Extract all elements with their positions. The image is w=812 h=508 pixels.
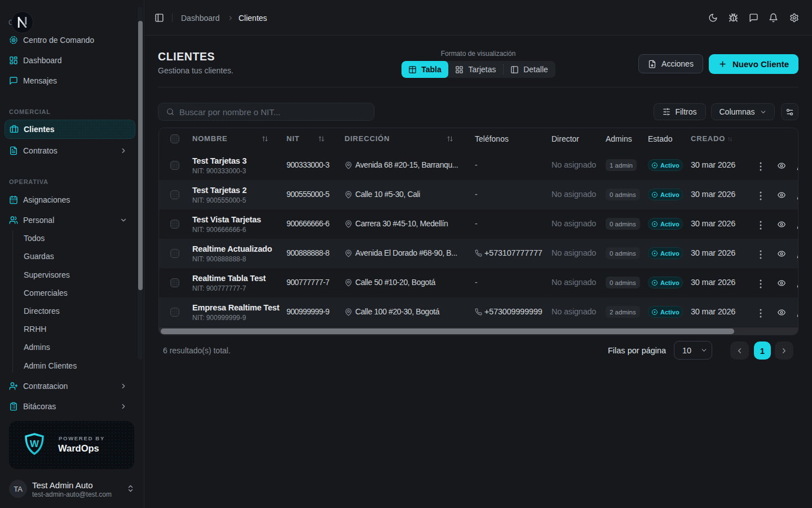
svg-text:W: W — [30, 439, 39, 449]
